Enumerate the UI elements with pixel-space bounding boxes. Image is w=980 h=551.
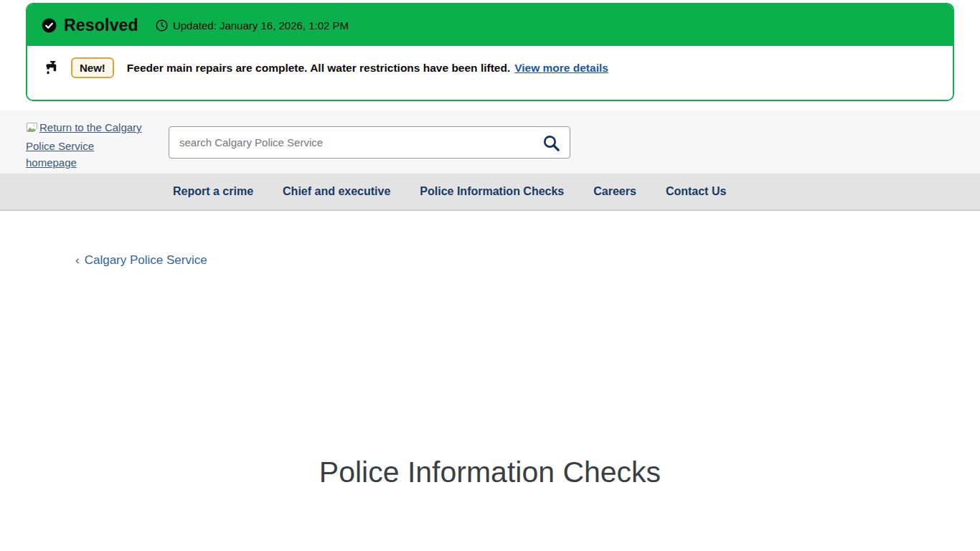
- homepage-logo-link[interactable]: Return to the Calgary Police Service hom…: [26, 119, 148, 171]
- main-content: ‹Calgary Police Service Police Informati…: [0, 211, 980, 489]
- updated-timestamp: Updated: January 16, 2026, 1:02 PM: [156, 19, 349, 32]
- site-header: Return to the Calgary Police Service hom…: [0, 110, 980, 174]
- view-more-details-link[interactable]: View more details: [514, 62, 608, 75]
- faucet-icon: [43, 61, 59, 75]
- clock-icon: [156, 19, 168, 32]
- status-label: Resolved: [64, 16, 138, 35]
- nav-item-chief-and-executive[interactable]: Chief and executive: [283, 185, 390, 198]
- breadcrumb-link[interactable]: ‹Calgary Police Service: [75, 253, 207, 268]
- broken-image-icon: [26, 121, 38, 138]
- alert-message: Feeder main repairs are complete. All wa…: [127, 62, 510, 75]
- nav-item-careers[interactable]: Careers: [593, 185, 636, 198]
- updated-text: Updated: January 16, 2026, 1:02 PM: [173, 19, 349, 32]
- nav-item-contact-us[interactable]: Contact Us: [666, 185, 726, 198]
- alert-status-bar: Resolved Updated: January 16, 2026, 1:02…: [27, 4, 953, 46]
- primary-nav: Report a crime Chief and executive Polic…: [0, 174, 980, 211]
- nav-item-police-information-checks[interactable]: Police Information Checks: [420, 185, 564, 198]
- new-badge: New!: [71, 57, 114, 78]
- logo-alt-text: Return to the Calgary Police Service hom…: [26, 121, 142, 169]
- breadcrumb-label: Calgary Police Service: [85, 253, 207, 267]
- page-title: Police Information Checks: [0, 456, 980, 489]
- site-search: [169, 126, 570, 159]
- search-button[interactable]: [537, 131, 565, 154]
- check-circle-icon: [42, 18, 57, 33]
- chevron-left-icon: ‹: [75, 253, 80, 267]
- search-input[interactable]: [169, 126, 570, 159]
- alert-message-row: New! Feeder main repairs are complete. A…: [27, 46, 953, 100]
- nav-item-report-a-crime[interactable]: Report a crime: [173, 185, 253, 198]
- water-advisory-banner: Resolved Updated: January 16, 2026, 1:02…: [26, 3, 954, 101]
- magnifier-icon: [542, 133, 561, 153]
